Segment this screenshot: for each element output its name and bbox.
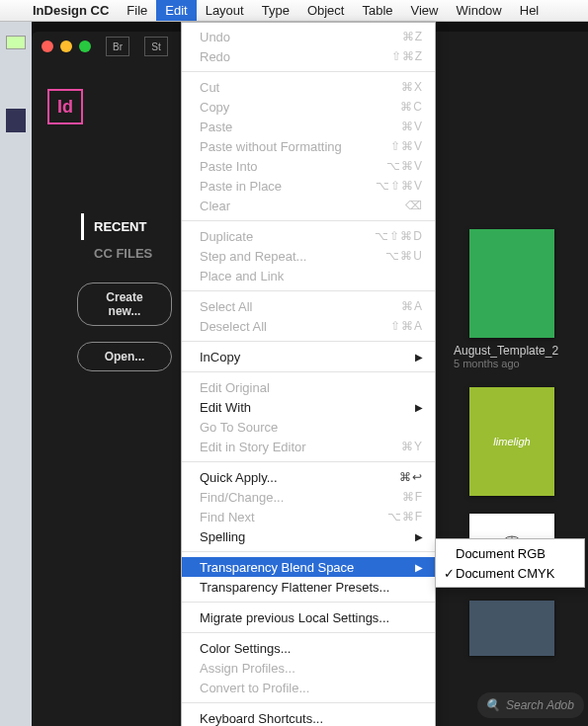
menu-item-clear: Clear⌫ bbox=[182, 196, 435, 215]
menu-item-transparency-flattener-presets[interactable]: Transparency Flattener Presets... bbox=[182, 577, 435, 597]
submenu-arrow-icon: ▶ bbox=[415, 562, 423, 573]
checkmark-icon: ✓ bbox=[442, 566, 456, 581]
menu-item-duplicate: Duplicate⌥⇧⌘D bbox=[182, 226, 435, 246]
indesign-logo-icon: Id bbox=[47, 89, 83, 124]
recent-item[interactable]: August_Template_2 5 months ago bbox=[450, 229, 588, 369]
submenu-item-document-cmyk[interactable]: ✓Document CMYK bbox=[436, 563, 584, 583]
search-input[interactable]: 🔍 Search Adob bbox=[477, 692, 584, 718]
thumbnail-preview: limeligh bbox=[469, 387, 554, 496]
menu-type[interactable]: Type bbox=[253, 0, 298, 21]
menu-separator bbox=[182, 220, 435, 221]
menu-file[interactable]: File bbox=[118, 0, 156, 21]
window-zoom-button[interactable] bbox=[79, 40, 91, 52]
menu-table[interactable]: Table bbox=[353, 0, 401, 21]
bridge-launch-button[interactable]: Br bbox=[106, 37, 129, 56]
menu-item-cut: Cut⌘X bbox=[182, 77, 435, 97]
app-name[interactable]: InDesign CC bbox=[24, 3, 118, 18]
create-new-button[interactable]: Create new... bbox=[77, 282, 172, 326]
menu-separator bbox=[182, 632, 435, 633]
menu-item-find-change: Find/Change...⌘F bbox=[182, 487, 435, 507]
menu-item-paste-into: Paste Into⌥⌘V bbox=[182, 156, 435, 176]
thumbnail-time: 5 months ago bbox=[454, 358, 588, 369]
menu-item-place-and-link: Place and Link bbox=[182, 266, 435, 285]
background-window-sidebar bbox=[0, 22, 32, 726]
stock-launch-button[interactable]: St bbox=[144, 37, 168, 56]
menu-window[interactable]: Window bbox=[448, 0, 511, 21]
open-button[interactable]: Open... bbox=[77, 342, 172, 371]
thumbnail-name: August_Template_2 bbox=[454, 344, 588, 358]
recent-item[interactable] bbox=[450, 601, 588, 656]
menu-item-paste: Paste⌘V bbox=[182, 117, 435, 136]
menu-separator bbox=[182, 551, 435, 552]
menu-item-edit-in-story-editor: Edit in Story Editor⌘Y bbox=[182, 437, 435, 456]
menu-item-edit-with[interactable]: Edit With▶ bbox=[182, 397, 435, 417]
menu-item-transparency-blend-space[interactable]: Transparency Blend Space▶ bbox=[182, 557, 435, 577]
menu-item-go-to-source: Go To Source bbox=[182, 417, 435, 437]
window-minimize-button[interactable] bbox=[60, 40, 72, 52]
menu-item-deselect-all: Deselect All⇧⌘A bbox=[182, 316, 435, 336]
bg-palette-icon bbox=[6, 109, 26, 132]
menu-item-find-next: Find Next⌥⌘F bbox=[182, 507, 435, 526]
menu-item-spelling[interactable]: Spelling▶ bbox=[182, 526, 435, 546]
menu-item-color-settings[interactable]: Color Settings... bbox=[182, 638, 435, 658]
menu-item-edit-original: Edit Original bbox=[182, 377, 435, 397]
menu-item-redo: Redo⇧⌘Z bbox=[182, 46, 435, 66]
menu-item-step-and-repeat: Step and Repeat...⌥⌘U bbox=[182, 246, 435, 266]
menu-item-copy: Copy⌘C bbox=[182, 97, 435, 117]
thumbnail-preview bbox=[469, 229, 554, 338]
submenu-item-document-rgb[interactable]: Document RGB bbox=[436, 543, 584, 563]
submenu-arrow-icon: ▶ bbox=[415, 402, 423, 413]
recent-item[interactable]: limeligh bbox=[450, 387, 588, 496]
menu-item-convert-to-profile: Convert to Profile... bbox=[182, 678, 435, 697]
submenu-arrow-icon: ▶ bbox=[415, 531, 423, 542]
menu-separator bbox=[182, 602, 435, 603]
menu-item-quick-apply[interactable]: Quick Apply...⌘↩ bbox=[182, 467, 435, 487]
menu-view[interactable]: View bbox=[402, 0, 448, 21]
menu-item-assign-profiles: Assign Profiles... bbox=[182, 658, 435, 678]
menu-separator bbox=[182, 461, 435, 462]
menu-item-paste-without-formatting: Paste without Formatting⇧⌘V bbox=[182, 136, 435, 156]
edit-menu-dropdown: Undo⌘Z Redo⇧⌘Z Cut⌘X Copy⌘C Paste⌘V Past… bbox=[181, 22, 436, 726]
menu-separator bbox=[182, 290, 435, 291]
transparency-blend-space-submenu: Document RGB ✓Document CMYK bbox=[435, 538, 585, 588]
menu-separator bbox=[182, 341, 435, 342]
menu-separator bbox=[182, 702, 435, 703]
search-icon: 🔍 bbox=[485, 698, 500, 712]
menu-item-paste-in-place: Paste in Place⌥⇧⌘V bbox=[182, 176, 435, 196]
menu-help[interactable]: Hel bbox=[511, 0, 548, 21]
menu-layout[interactable]: Layout bbox=[197, 0, 253, 21]
menu-item-incopy[interactable]: InCopy▶ bbox=[182, 347, 435, 366]
menu-object[interactable]: Object bbox=[298, 0, 354, 21]
thumbnail-preview bbox=[469, 601, 554, 656]
menu-edit[interactable]: Edit bbox=[156, 0, 196, 21]
menu-item-select-all: Select All⌘A bbox=[182, 296, 435, 316]
menu-separator bbox=[182, 371, 435, 372]
menu-separator bbox=[182, 71, 435, 72]
menu-item-migrate-settings[interactable]: Migrate previous Local Settings... bbox=[182, 607, 435, 627]
recent-thumbnails: August_Template_2 5 months ago limeligh bbox=[450, 229, 588, 674]
submenu-arrow-icon: ▶ bbox=[415, 352, 423, 363]
menu-item-keyboard-shortcuts[interactable]: Keyboard Shortcuts... bbox=[182, 708, 435, 726]
window-close-button[interactable] bbox=[42, 40, 53, 52]
system-menubar: InDesign CC File Edit Layout Type Object… bbox=[0, 0, 588, 22]
bg-thumb-icon bbox=[6, 36, 26, 49]
menu-item-undo: Undo⌘Z bbox=[182, 27, 435, 46]
search-placeholder: Search Adob bbox=[506, 698, 574, 712]
